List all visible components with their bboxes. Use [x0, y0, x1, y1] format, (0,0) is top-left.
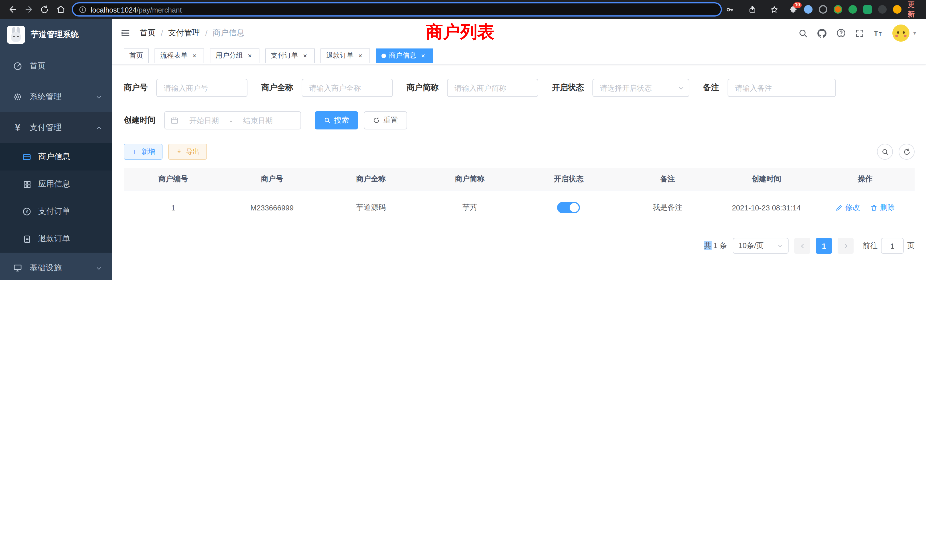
star-icon	[770, 5, 779, 14]
extension-icon-ring[interactable]	[819, 5, 828, 14]
start-date-input[interactable]	[181, 116, 227, 125]
tab-close-icon[interactable]: ×	[301, 51, 309, 60]
tab-home[interactable]: 首页	[124, 48, 149, 63]
browser-back-button[interactable]	[5, 2, 21, 17]
page-content: 商户号 商户全称 商户简称 开启状态	[112, 64, 926, 280]
tab-pay-order[interactable]: 支付订单 ×	[265, 48, 315, 63]
tab-process-form[interactable]: 流程表单 ×	[154, 48, 204, 63]
reset-button[interactable]: 重置	[364, 111, 407, 129]
column-header: 商户简称	[420, 168, 519, 190]
url-path: /pay/merchant	[136, 6, 182, 14]
forward-arrow-icon	[24, 5, 33, 14]
browser-toolbar-right: 10 更新	[722, 0, 926, 19]
full-name-input[interactable]	[302, 79, 393, 97]
extension-icon-blue[interactable]	[804, 5, 813, 14]
column-header: 操作	[816, 168, 915, 190]
reset-button-label: 重置	[383, 115, 398, 126]
browser-home-button[interactable]	[53, 2, 68, 17]
extension-icon-green-circle[interactable]	[849, 5, 857, 14]
logo-rabbit-image	[7, 26, 25, 44]
github-icon	[817, 28, 828, 38]
extension-icon-multicolor[interactable]	[834, 5, 842, 14]
extension-icon-dark[interactable]	[878, 5, 887, 14]
goto-unit: 页	[907, 241, 915, 251]
help-button[interactable]	[836, 28, 846, 38]
sidebar-item-system[interactable]: 系统管理	[0, 82, 112, 112]
chevron-up-icon	[96, 125, 102, 131]
sidebar-item-home[interactable]: 首页	[0, 51, 112, 82]
extension-icon-green-square[interactable]	[863, 5, 872, 14]
add-button[interactable]: ＋ 新增	[124, 144, 162, 160]
short-name-input[interactable]	[447, 79, 538, 97]
browser-reload-button[interactable]	[36, 2, 53, 17]
tab-close-icon[interactable]: ×	[246, 51, 254, 60]
column-header: 商户全称	[322, 168, 421, 190]
cell-operations: 修改 删除	[816, 191, 915, 225]
key-icon	[725, 5, 734, 14]
fullscreen-icon	[855, 28, 864, 38]
bookmark-button[interactable]	[766, 2, 782, 17]
sidebar-item-merchant-info[interactable]: 商户信息	[0, 143, 112, 171]
github-link-button[interactable]	[817, 28, 828, 38]
goto-page-input[interactable]	[881, 238, 904, 254]
font-size-button[interactable]: TT	[873, 28, 884, 38]
tab-label: 用户分组	[216, 51, 243, 61]
app-logo[interactable]: 芋道管理系统	[0, 19, 112, 51]
back-arrow-icon	[8, 5, 17, 14]
tab-close-icon[interactable]: ×	[419, 51, 427, 60]
tab-merchant-info[interactable]: 商户信息 ×	[376, 48, 433, 63]
sidebar-toggle-button[interactable]	[120, 28, 130, 38]
chrome-update-button[interactable]: 更新	[908, 0, 915, 19]
red-annotation-text: 商户列表	[426, 23, 494, 41]
top-navbar: 首页 / 支付管理 / 商户信息 商户列表	[112, 19, 926, 47]
hamburger-icon	[120, 28, 130, 38]
reload-icon	[40, 5, 49, 14]
sidebar-item-payment[interactable]: ¥ 支付管理	[0, 112, 112, 143]
document-icon	[22, 235, 32, 243]
edit-button[interactable]: 修改	[836, 203, 860, 213]
browser-forward-button[interactable]	[21, 2, 36, 17]
profile-avatar-icon[interactable]	[893, 5, 902, 14]
chevron-right-icon	[843, 243, 849, 249]
page-size-select[interactable]: 10条/页	[733, 238, 788, 254]
date-range-picker[interactable]: -	[164, 111, 301, 129]
breadcrumb-home[interactable]: 首页	[140, 28, 156, 38]
table-row: 1 M233666999 芋道源码 芋艿 我是备注 2021-10-23 08:…	[124, 191, 915, 225]
tab-refund-order[interactable]: 退款订单 ×	[321, 48, 370, 63]
remark-input[interactable]	[728, 79, 836, 97]
screen: localhost:1024/pay/merchant 10	[0, 0, 926, 280]
sidebar-item-infrastructure[interactable]: 基础设施	[0, 253, 112, 280]
status-select[interactable]	[592, 79, 689, 97]
status-toggle[interactable]	[557, 202, 580, 213]
refresh-table-button[interactable]	[899, 144, 915, 160]
chrome-menu-button[interactable]	[921, 2, 926, 17]
search-icon	[881, 148, 889, 155]
tab-close-icon[interactable]: ×	[191, 51, 198, 60]
next-page-button[interactable]	[838, 238, 853, 254]
tab-user-group[interactable]: 用户分组 ×	[210, 48, 259, 63]
user-menu[interactable]: ▼	[892, 24, 917, 42]
page-info-icon[interactable]	[79, 5, 87, 14]
breadcrumb-payment[interactable]: 支付管理	[168, 28, 200, 38]
tab-close-icon[interactable]: ×	[356, 51, 365, 60]
fullscreen-button[interactable]	[855, 28, 864, 38]
sidebar-item-pay-order[interactable]: ¥ 支付订单	[0, 198, 112, 225]
monitor-icon	[12, 263, 23, 272]
url-bar[interactable]: localhost:1024/pay/merchant	[72, 2, 722, 17]
url-text: localhost:1024/pay/merchant	[91, 4, 182, 15]
search-button[interactable]: 搜索	[315, 111, 358, 129]
delete-button[interactable]: 删除	[870, 203, 895, 213]
page-number-button[interactable]: 1	[816, 238, 832, 254]
sidebar-item-refund-order[interactable]: 退款订单	[0, 225, 112, 253]
end-date-input[interactable]	[235, 116, 281, 125]
toggle-search-button[interactable]	[877, 144, 893, 160]
sidebar-item-app-info[interactable]: 应用信息	[0, 171, 112, 198]
export-button[interactable]: 导出	[168, 144, 207, 160]
tags-view-bar: 首页 流程表单 × 用户分组 × 支付订单 × 退款订单 ×	[112, 47, 926, 64]
header-search-button[interactable]	[798, 28, 808, 38]
prev-page-button[interactable]	[794, 238, 810, 254]
password-key-button[interactable]	[722, 2, 738, 17]
merchant-no-input[interactable]	[156, 79, 247, 97]
share-button[interactable]	[744, 2, 760, 17]
extensions-button[interactable]: 10	[788, 5, 798, 14]
